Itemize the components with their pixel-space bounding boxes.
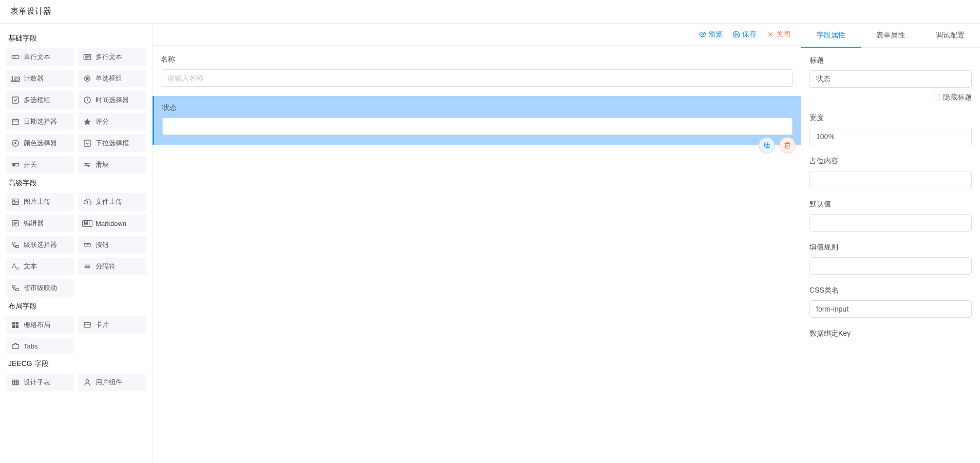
svg-rect-40: [16, 322, 18, 324]
palette-item-label: 开关: [24, 160, 37, 169]
palette-item-label: 用户组件: [96, 378, 122, 387]
palette-item[interactable]: 编辑器: [6, 215, 74, 232]
svg-rect-38: [16, 288, 18, 291]
props-tab[interactable]: 表单属性: [861, 24, 920, 47]
palette-item-label: 滑块: [96, 160, 109, 169]
text-input-icon: [11, 53, 20, 61]
group-title: 高级字段: [6, 173, 146, 193]
palette-item-label: 图片上传: [24, 197, 50, 206]
palette-item[interactable]: 下拉选择框: [78, 134, 146, 152]
cascader-icon: [11, 241, 20, 249]
svg-rect-43: [84, 322, 90, 327]
palette-item[interactable]: 评分: [78, 113, 146, 130]
svg-point-7: [86, 78, 88, 80]
upload-icon: [83, 198, 91, 206]
palette-item[interactable]: 单行文本: [6, 48, 74, 66]
palette-item[interactable]: 栅格布局: [6, 316, 74, 334]
palette-item[interactable]: 123计数器: [6, 70, 74, 87]
prop-placeholder-label: 占位内容: [809, 157, 972, 166]
svg-point-50: [86, 380, 88, 382]
editor-icon: [11, 219, 20, 227]
field-label: 名称: [161, 55, 793, 64]
palette-item[interactable]: 多选框组: [6, 91, 74, 109]
palette-item-label: Markdown: [96, 220, 126, 227]
prop-fillrule-input[interactable]: [809, 257, 972, 275]
button-icon: [83, 241, 91, 249]
grid-icon: [11, 321, 20, 329]
svg-point-25: [14, 200, 15, 202]
palette-item[interactable]: 多行文本: [78, 48, 146, 66]
palette-item[interactable]: 用户组件: [78, 374, 146, 391]
palette-item-label: 日期选择器: [24, 117, 57, 126]
checkbox-icon: [11, 96, 20, 104]
field-input[interactable]: [162, 118, 793, 135]
group-title: JEECG 字段: [6, 354, 146, 374]
preview-button[interactable]: 预览: [699, 30, 723, 39]
canvas-form-field[interactable]: 名称: [153, 48, 801, 94]
svg-rect-39: [12, 322, 15, 324]
group-title: 布局字段: [6, 297, 146, 316]
palette-item[interactable]: 图片上传: [6, 193, 74, 210]
svg-rect-10: [12, 119, 18, 125]
props-tab[interactable]: 调试配置: [920, 24, 980, 47]
hide-title-checkbox[interactable]: [933, 94, 940, 101]
copy-field-button[interactable]: [759, 137, 775, 153]
palette-item-label: 卡片: [96, 320, 109, 330]
properties-panel: 字段属性表单属性调试配置 标题 隐藏标题 宽度 占位内容: [801, 24, 980, 463]
palette-item[interactable]: 开关: [6, 156, 74, 173]
cascader-icon: [11, 284, 20, 292]
palette-item-label: 评分: [96, 117, 109, 126]
svg-rect-42: [16, 325, 18, 328]
svg-rect-17: [84, 140, 90, 146]
palette-item-label: 级联选择器: [24, 240, 57, 249]
palette-item-label: 计数器: [24, 74, 44, 83]
prop-width-label: 宽度: [809, 113, 972, 123]
palette-item-label: 文件上传: [96, 197, 122, 206]
toolbar: 预览 保存 关闭: [153, 24, 801, 46]
field-input[interactable]: [161, 69, 793, 87]
switch-icon: [11, 161, 20, 169]
save-button[interactable]: 保存: [733, 30, 757, 39]
palette-item-label: 颜色选择器: [24, 139, 57, 148]
palette-item[interactable]: Tabs: [6, 338, 74, 354]
textarea-icon: [83, 53, 91, 61]
palette-item[interactable]: 单选框组: [78, 70, 146, 87]
image-icon: [11, 198, 20, 206]
palette-item[interactable]: Aa文本: [6, 258, 74, 275]
svg-point-16: [15, 143, 16, 144]
prop-cssclass-input[interactable]: [809, 300, 972, 318]
prop-title-label: 标题: [809, 56, 972, 65]
palette-item-label: 编辑器: [24, 219, 44, 228]
prop-default-input[interactable]: [809, 214, 972, 232]
delete-field-button[interactable]: [779, 137, 796, 153]
clock-icon: [83, 96, 91, 104]
palette-item-label: 下拉选择框: [96, 139, 129, 148]
palette-item-label: 设计子表: [24, 378, 50, 387]
palette-item[interactable]: 颜色选择器: [6, 134, 74, 152]
field-label: 状态: [162, 103, 793, 112]
palette-item[interactable]: 设计子表: [6, 374, 74, 391]
palette-item[interactable]: 时间选择器: [78, 91, 146, 109]
palette-item[interactable]: 日期选择器: [6, 113, 74, 130]
props-tab[interactable]: 字段属性: [801, 24, 861, 47]
close-button[interactable]: 关闭: [767, 30, 790, 39]
palette-item[interactable]: 按钮: [78, 236, 146, 254]
divider-icon: [83, 262, 91, 271]
save-icon: [733, 31, 740, 38]
palette-item[interactable]: 省市级联动: [6, 279, 74, 297]
svg-point-23: [88, 165, 89, 167]
palette-item[interactable]: 文件上传: [78, 193, 146, 210]
palette-item-label: 时间选择器: [96, 95, 129, 105]
palette-item[interactable]: 滑块: [78, 156, 146, 173]
palette-item[interactable]: 分隔符: [78, 258, 146, 275]
prop-placeholder-input[interactable]: [809, 171, 972, 188]
form-canvas[interactable]: 名称状态: [153, 46, 801, 463]
palette-item[interactable]: M↓Markdown: [78, 215, 146, 232]
palette-item-label: 多行文本: [96, 52, 122, 62]
markdown-icon: M↓: [83, 219, 91, 227]
prop-width-input[interactable]: [809, 128, 972, 145]
palette-item[interactable]: 级联选择器: [6, 236, 74, 254]
prop-title-input[interactable]: [809, 70, 972, 88]
palette-item[interactable]: 卡片: [78, 316, 146, 334]
canvas-form-field[interactable]: 状态: [153, 96, 801, 145]
